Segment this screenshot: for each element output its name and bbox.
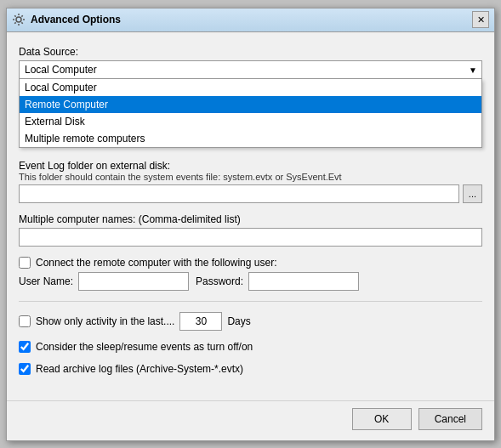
sleep-resume-checkbox[interactable] <box>19 341 31 353</box>
activity-checkbox[interactable] <box>19 315 31 327</box>
event-log-label: Event Log folder on external disk: <box>19 160 482 172</box>
title-bar: Advanced Options ✕ <box>7 9 494 32</box>
activity-label: Show only activity in the last.... <box>36 315 174 327</box>
multiple-computers-label: Multiple computer names: (Comma-delimite… <box>19 213 482 225</box>
svg-point-0 <box>16 17 21 22</box>
browse-button[interactable]: ... <box>463 184 482 203</box>
data-source-dropdown-list: Local Computer Remote Computer External … <box>19 79 482 148</box>
archive-log-section: Read archive log files (Archive-System-*… <box>19 363 482 375</box>
connect-remote-row: Connect the remote computer with the fol… <box>19 257 482 269</box>
data-source-selected[interactable]: Local Computer <box>19 60 482 79</box>
event-log-section: Event Log folder on external disk: This … <box>19 160 482 203</box>
data-source-dropdown-wrapper: Local Computer ▼ Local Computer Remote C… <box>19 60 482 79</box>
option-remote-computer[interactable]: Remote Computer <box>20 96 481 113</box>
activity-section: Show only activity in the last.... Days <box>19 312 482 331</box>
option-multiple-remote[interactable]: Multiple remote computers <box>20 130 481 147</box>
username-field: User Name: <box>19 272 189 291</box>
cancel-button[interactable]: Cancel <box>418 408 482 430</box>
option-local-computer[interactable]: Local Computer <box>20 79 481 96</box>
sleep-resume-label: Consider the sleep/resume events as turn… <box>36 341 253 353</box>
dialog-body: Data Source: Local Computer ▼ Local Comp… <box>7 32 494 400</box>
days-label: Days <box>227 315 250 327</box>
multiple-computers-section: Multiple computer names: (Comma-delimite… <box>19 213 482 247</box>
sleep-resume-section: Consider the sleep/resume events as turn… <box>19 341 482 353</box>
multiple-computers-input[interactable] <box>19 228 482 247</box>
password-input[interactable] <box>248 272 359 291</box>
close-button[interactable]: ✕ <box>472 11 489 28</box>
data-source-label: Data Source: <box>19 46 482 58</box>
username-input[interactable] <box>78 272 189 291</box>
event-log-input[interactable] <box>19 184 459 203</box>
remote-user-section: Connect the remote computer with the fol… <box>19 257 482 291</box>
ok-button[interactable]: OK <box>352 408 412 430</box>
event-log-sublabel: This folder should contain the system ev… <box>19 172 482 182</box>
divider-2 <box>19 301 482 302</box>
event-log-input-row: ... <box>19 184 482 203</box>
connect-remote-label: Connect the remote computer with the fol… <box>36 257 276 269</box>
archive-log-label: Read archive log files (Archive-System-*… <box>36 363 243 375</box>
user-pass-row: User Name: Password: <box>19 272 482 291</box>
activity-days-input[interactable] <box>179 312 222 331</box>
password-field: Password: <box>196 272 359 291</box>
archive-log-checkbox[interactable] <box>19 363 31 375</box>
gear-icon <box>12 13 26 26</box>
dialog-footer: OK Cancel <box>7 400 494 440</box>
connect-remote-checkbox[interactable] <box>19 257 31 269</box>
advanced-options-dialog: Advanced Options ✕ Data Source: Local Co… <box>6 8 495 441</box>
option-external-disk[interactable]: External Disk <box>20 113 481 130</box>
title-bar-left: Advanced Options <box>12 13 121 26</box>
dialog-title: Advanced Options <box>31 14 121 26</box>
username-label: User Name: <box>19 275 73 287</box>
password-label: Password: <box>196 275 243 287</box>
data-source-section: Data Source: Local Computer ▼ Local Comp… <box>19 46 482 79</box>
